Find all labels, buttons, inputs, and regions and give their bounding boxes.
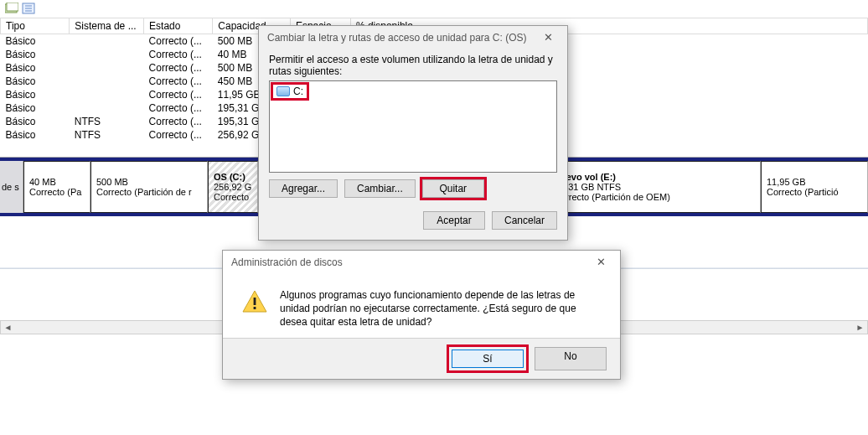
close-icon[interactable]: ✕ <box>590 256 612 268</box>
view-icon[interactable] <box>5 3 18 14</box>
cell-est: Correcto (... <box>144 48 213 61</box>
add-button[interactable]: Agregar... <box>269 179 338 198</box>
cell-tipo: Básico <box>1 34 70 49</box>
confirm-dialog: Administración de discos ✕ Algunos progr… <box>222 250 621 380</box>
partition-size: 5,31 GB NTFS <box>561 182 621 192</box>
cell-sis <box>70 101 144 115</box>
cell-sis: NTFS <box>70 128 144 142</box>
cell-est: Correcto (... <box>144 115 213 128</box>
partition-status: orrecto (Partición de OEM) <box>561 192 670 202</box>
cell-tipo: Básico <box>1 61 70 75</box>
cell-sis <box>70 61 144 75</box>
cell-sis: NTFS <box>70 115 144 128</box>
dialog-title: Cambiar la letra y rutas de acceso de un… <box>267 32 526 44</box>
toolbar <box>0 0 868 17</box>
cell-tipo: Básico <box>1 101 70 115</box>
partition-size: 40 MB <box>29 177 85 187</box>
svg-rect-4 <box>254 307 256 309</box>
refresh-icon[interactable] <box>22 3 35 14</box>
scroll-left-arrow[interactable]: ◄ <box>1 321 15 334</box>
cell-sis <box>70 48 144 61</box>
warning-icon <box>241 288 268 315</box>
ok-button[interactable]: Aceptar <box>423 211 485 230</box>
cell-tipo: Básico <box>1 88 70 101</box>
svg-rect-1 <box>7 3 18 11</box>
partition[interactable]: 11,95 GB Correcto (Partició <box>761 161 868 213</box>
partition-title: OS (C:) <box>214 172 252 182</box>
partition[interactable]: 40 MB Correcto (Pa <box>23 161 90 213</box>
yes-button[interactable]: Sí <box>452 350 524 368</box>
no-button[interactable]: No <box>535 347 607 370</box>
dialog-titlebar[interactable]: Administración de discos ✕ <box>223 251 620 273</box>
dialog-titlebar[interactable]: Cambiar la letra y rutas de acceso de un… <box>259 26 567 49</box>
partition-status: Correcto (Partición de r <box>96 187 202 197</box>
cell-est: Correcto (... <box>144 128 213 142</box>
partition-status: Correcto (Pa <box>29 187 85 197</box>
cell-est: Correcto (... <box>144 61 213 75</box>
dialog-title: Administración de discos <box>231 256 343 268</box>
disk-header-text: de s <box>2 182 21 192</box>
cell-sis <box>70 88 144 101</box>
cell-tipo: Básico <box>1 115 70 128</box>
cell-est: Correcto (... <box>144 75 213 88</box>
col-estado[interactable]: Estado <box>144 18 213 34</box>
partition-selected[interactable]: OS (C:) 256,92 G Correcto <box>208 161 258 213</box>
cell-est: Correcto (... <box>144 101 213 115</box>
drive-letter-label: C: <box>293 85 303 97</box>
remove-button[interactable]: Quitar <box>422 179 484 198</box>
drive-paths-listbox[interactable]: C: <box>269 80 557 173</box>
warning-message: Algunos programas cuyo funcionamiento de… <box>280 288 590 329</box>
col-tipo[interactable]: Tipo <box>1 18 70 34</box>
partition-status: Correcto (Partició <box>767 187 862 197</box>
scroll-right-arrow[interactable]: ► <box>853 321 867 334</box>
change-drive-letter-dialog: Cambiar la letra y rutas de acceso de un… <box>258 25 568 241</box>
change-button[interactable]: Cambiar... <box>344 179 416 198</box>
disk-header[interactable]: de s <box>0 161 23 213</box>
partition-title: uevo vol (E:) <box>561 172 616 182</box>
cell-tipo: Básico <box>1 75 70 88</box>
partition[interactable]: 500 MB Correcto (Partición de r <box>90 161 208 213</box>
cancel-button[interactable]: Cancelar <box>492 211 557 230</box>
partition-status: Correcto <box>214 192 252 202</box>
cell-sis <box>70 34 144 49</box>
drive-icon <box>276 86 290 96</box>
partition-size: 11,95 GB <box>767 177 862 187</box>
dialog-instruction: Permitir el acceso a este volumen utiliz… <box>269 54 557 77</box>
cell-tipo: Básico <box>1 48 70 61</box>
cell-tipo: Básico <box>1 128 70 142</box>
partition-size: 256,92 G <box>214 182 252 192</box>
drive-entry[interactable]: C: <box>273 85 307 98</box>
col-sistema[interactable]: Sistema de ... <box>70 18 144 34</box>
cell-sis <box>70 75 144 88</box>
partition-size: 500 MB <box>96 177 202 187</box>
cell-est: Correcto (... <box>144 88 213 101</box>
svg-rect-3 <box>254 298 256 305</box>
close-icon[interactable]: ✕ <box>537 31 559 44</box>
cell-est: Correcto (... <box>144 34 213 49</box>
